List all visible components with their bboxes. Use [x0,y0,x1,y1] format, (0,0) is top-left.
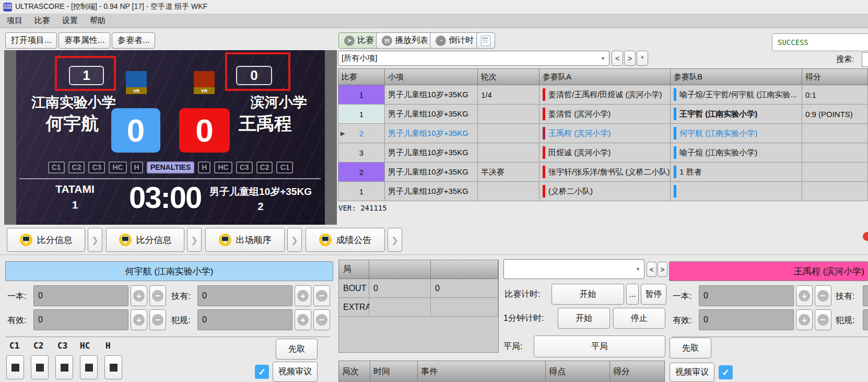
round-cell[interactable] [478,143,539,163]
teamA-cell[interactable]: 王禹程 (滨河小学) [539,124,671,143]
video-review-checkbox-pink[interactable]: ✓ [719,365,733,379]
col-header-teamA[interactable]: 参赛队A [539,68,671,85]
ippon-field[interactable]: 0 [699,285,794,306]
wazaari-field[interactable] [863,285,868,306]
col-header-score[interactable]: 得分 [802,68,868,85]
event-cell[interactable]: 男子儿童组10岁+35KG [385,105,478,124]
extra-score-b[interactable] [431,298,498,317]
ippon-minus-button[interactable]: − [815,285,831,306]
event-cell[interactable]: 男子儿童组10岁+35KG [385,182,478,201]
display-score-info-1-button[interactable]: 比分信息 [7,228,85,252]
foul-minus-button[interactable]: − [313,309,330,330]
senshu-button-blue[interactable]: 先取 [276,339,318,360]
display-1-expand-button[interactable]: ❯ [88,228,102,252]
events-col-round[interactable]: 局次 [338,361,370,382]
bout-cell[interactable]: 2 [338,163,385,182]
menu-settings[interactable]: 设置 [57,14,83,27]
ippon-plus-button[interactable]: + [131,285,147,306]
event-properties-button[interactable]: 赛事属性... [58,32,110,49]
participants-button[interactable]: 参赛者... [112,32,155,49]
display-lineup-button[interactable]: 出场顺序 [205,228,285,252]
match-timer-more-button[interactable]: ... [626,284,639,305]
display-score-info-2-button[interactable]: 比分信息 [106,228,184,252]
round-cell[interactable]: 1/4 [478,85,539,105]
minute-timer-stop-button[interactable]: 停止 [613,308,665,329]
display-3-expand-button[interactable]: ❯ [287,228,302,252]
open-project-button[interactable]: 打开项目... [5,32,57,49]
teamB-cell[interactable]: 何宇航 (江南实验小学) [671,124,802,143]
event-filter-dropdown[interactable]: [所有小项] ▼ [338,51,609,66]
bout-cell-selected[interactable]: ▶ 2 [338,124,385,143]
foul-plus-button[interactable]: + [295,309,311,330]
timing-prev-button[interactable]: < [647,262,656,277]
video-review-checkbox-blue[interactable]: ✓ [255,365,269,379]
teamA-cell[interactable]: 姜清哲/王禹程/田煜诚 (滨河小学) [539,85,671,105]
bout-cell[interactable]: 1 [338,105,385,124]
menu-help[interactable]: 帮助 [85,14,111,27]
score-cell[interactable] [802,124,868,143]
score-cell[interactable] [802,143,868,163]
teamA-cell[interactable]: 张宇轩/张乐洋/詹书弘 (义桥二小队) [539,163,671,182]
event-cell[interactable]: 男子儿童组10岁+35KG [385,124,478,143]
col-header-teamB[interactable]: 参赛队B [671,68,802,85]
minute-timer-start-button[interactable]: 开始 [558,308,610,329]
ippon-plus-button[interactable]: + [796,285,813,306]
countdown-button[interactable]: ◔ 倒计时 [430,32,479,49]
foul-field[interactable] [863,309,868,330]
display-results-button[interactable]: 成绩公告 [306,228,385,252]
yuko-plus-button[interactable]: + [131,309,147,330]
wazaari-plus-button[interactable]: + [295,285,311,306]
teamB-cell[interactable]: 1 胜者 [671,163,802,182]
ippon-minus-button[interactable]: − [149,285,166,306]
events-col-event[interactable]: 事件 [418,361,546,382]
video-review-button-blue[interactable]: 视频审议 [273,362,318,382]
yuko-plus-button[interactable]: + [796,309,813,330]
teamA-cell[interactable]: (义桥二小队) [539,182,671,201]
timing-preset-dropdown[interactable]: ▼ [503,259,644,279]
teamA-cell[interactable]: 姜清哲 (滨河小学) [539,105,671,124]
col-header-round[interactable]: 轮次 [478,68,539,85]
page-view-button[interactable] [476,32,495,49]
score-cell[interactable] [802,182,868,201]
round-cell[interactable] [478,124,539,143]
event-cell[interactable]: 男子儿童组10岁+35KG [385,163,478,182]
score-cell[interactable] [802,163,868,182]
timing-next-button[interactable]: > [658,262,667,277]
teamB-cell[interactable] [671,182,802,201]
teamB-cell[interactable]: 王宇哲 (江南实验小学) [671,105,802,124]
event-cell[interactable]: 男子儿童组10岁+35KG [385,143,478,163]
teamA-cell[interactable]: 田煜诚 (滨河小学) [539,143,671,163]
yuko-field[interactable]: 0 [33,309,128,330]
filter-prev-button[interactable]: < [612,51,623,66]
penalty-h-toggle[interactable] [104,355,122,379]
wazaari-field[interactable]: 0 [197,285,292,306]
bout-cell[interactable]: 3 [338,143,385,163]
bout-score-a[interactable]: 0 [369,279,431,298]
penalty-c1-toggle[interactable] [6,355,24,379]
menu-project[interactable]: 项目 [2,14,28,27]
menu-match[interactable]: 比赛 [29,14,55,27]
foul-field[interactable]: 0 [197,309,292,330]
yuko-field[interactable]: 0 [699,309,794,330]
senshu-button-pink[interactable]: 先取 [670,338,711,358]
search-input[interactable] [862,52,868,67]
display-4-expand-button[interactable]: ❯ [388,228,402,252]
round-cell[interactable]: 半决赛 [478,163,539,182]
score-cell[interactable]: 0:9 (POINTS) [802,105,868,124]
ippon-field[interactable]: 0 [33,285,128,306]
penalty-c2-toggle[interactable] [31,355,49,379]
bout-cell[interactable]: 1 [338,85,385,105]
bout-cell[interactable]: 1 [338,182,385,201]
filter-next-button[interactable]: > [624,51,636,66]
round-cell[interactable] [478,105,539,124]
score-cell[interactable]: 0:1 [802,85,868,105]
col-header-bout[interactable]: 比赛 [338,68,385,85]
video-review-button-pink[interactable]: 视频审议 [670,363,714,382]
events-col-time[interactable]: 时间 [370,361,418,382]
match-timer-start-button[interactable]: 开始 [552,284,624,305]
col-header-event[interactable]: 小项 [385,68,478,85]
match-timer-pause-button[interactable]: 暂停 [641,284,666,305]
yuko-minus-button[interactable]: − [815,309,831,330]
yuko-minus-button[interactable]: − [149,309,166,330]
bout-score-b[interactable]: 0 [431,279,498,298]
